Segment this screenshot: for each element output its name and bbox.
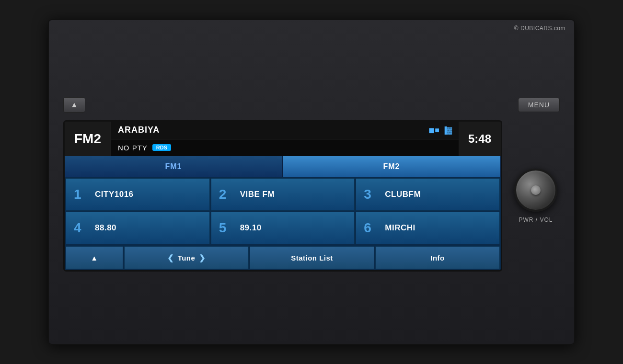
bluetooth-icon: ◼■	[428, 125, 439, 135]
preset-name-2: VIBE FM	[240, 190, 275, 199]
pwr-vol-knob[interactable]	[514, 169, 557, 212]
station-list-button[interactable]: Station List	[250, 246, 374, 269]
pty-row: NO PTY RDS	[111, 139, 459, 157]
preset-name-1: CITY1016	[95, 190, 134, 199]
info-button[interactable]: Info	[375, 246, 500, 269]
preset-number-6: 6	[364, 220, 381, 236]
watermark: © DUBICARS.com	[514, 25, 565, 32]
knob-inner	[531, 185, 541, 195]
preset-number-4: 4	[74, 220, 91, 236]
pwr-vol-label: PWR / VOL	[519, 216, 553, 223]
station-name: ARABIYA	[118, 125, 428, 135]
preset-number-1: 1	[74, 187, 91, 202]
eject-button[interactable]: ▲	[63, 97, 85, 113]
tabs-row: FM1 FM2	[65, 156, 501, 177]
time-display: 5:48	[459, 122, 501, 156]
top-bar: ▲ MENU	[49, 92, 574, 117]
station-info: ARABIYA ◼■ ▐▓ NO PTY RDS	[111, 122, 459, 156]
main-area: FM2 ARABIYA ◼■ ▐▓ NO PTY RDS 5:48	[49, 120, 574, 272]
up-icon: ▲	[91, 254, 98, 262]
right-panel: PWR / VOL	[512, 169, 560, 223]
presets-grid: 1 CITY1016 2 VIBE FM 3 CLUBFM 4 88.80 5	[65, 177, 501, 245]
fm-band-label: FM2	[65, 122, 111, 156]
tune-next-icon: ❯	[199, 253, 206, 262]
preset-6[interactable]: 6 MIRCHI	[356, 212, 500, 244]
signal-icon: ▐▓	[442, 126, 452, 134]
tune-label: Tune	[178, 254, 196, 262]
display-screen: FM2 ARABIYA ◼■ ▐▓ NO PTY RDS 5:48	[63, 120, 502, 272]
info-label: Info	[430, 254, 445, 262]
rds-badge: RDS	[152, 144, 171, 151]
preset-3[interactable]: 3 CLUBFM	[356, 178, 500, 211]
preset-name-6: MIRCHI	[385, 223, 415, 233]
up-button[interactable]: ▲	[66, 246, 123, 269]
preset-5[interactable]: 5 89.10	[211, 212, 355, 244]
tune-prev-icon: ❮	[167, 253, 174, 262]
preset-4[interactable]: 4 88.80	[66, 212, 210, 244]
screen-header: FM2 ARABIYA ◼■ ▐▓ NO PTY RDS 5:48	[65, 122, 501, 156]
bottom-controls: ▲ ❮ Tune ❯ Station List Info	[65, 245, 501, 270]
tab-fm2[interactable]: FM2	[283, 156, 501, 177]
preset-number-2: 2	[219, 187, 236, 202]
preset-number-3: 3	[364, 187, 381, 202]
preset-2[interactable]: 2 VIBE FM	[211, 178, 355, 211]
preset-1[interactable]: 1 CITY1016	[66, 178, 210, 211]
tab-fm1[interactable]: FM1	[65, 156, 283, 177]
menu-button[interactable]: MENU	[518, 98, 560, 112]
tune-button[interactable]: ❮ Tune ❯	[124, 246, 249, 269]
pty-text: NO PTY	[118, 144, 148, 152]
station-name-row: ARABIYA ◼■ ▐▓	[111, 122, 459, 139]
preset-name-4: 88.80	[95, 223, 116, 233]
station-list-label: Station List	[291, 254, 333, 262]
preset-number-5: 5	[219, 220, 236, 236]
preset-name-5: 89.10	[240, 223, 262, 233]
head-unit: © DUBICARS.com ▲ MENU FM2 ARABIYA ◼■ ▐▓ …	[48, 19, 575, 345]
preset-name-3: CLUBFM	[385, 190, 421, 199]
